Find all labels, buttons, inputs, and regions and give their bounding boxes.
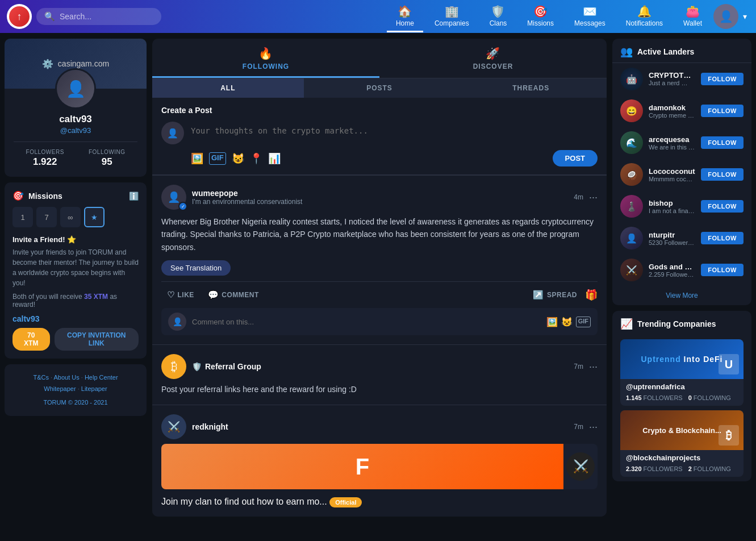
post-button[interactable]: POST [553, 150, 598, 167]
create-post-title: Create a Post [161, 106, 598, 115]
follow-damonkok-button[interactable]: FOLLOW [701, 105, 744, 117]
filter-all[interactable]: ALL [152, 78, 304, 98]
follow-nturpitr-button[interactable]: FOLLOW [701, 232, 744, 244]
chart-icon[interactable]: 📊 [268, 152, 281, 165]
home-icon: 🏠 [398, 5, 412, 18]
post2-more-icon[interactable]: ··· [589, 361, 598, 373]
companies-icon: 🏢 [445, 5, 459, 18]
lander-locococonut-avatar: 🥥 [620, 163, 643, 186]
comment-field[interactable] [192, 318, 541, 326]
navbar: ↑ 🔍 🏠 Home 🏢 Companies 🛡️ Clans 🎯 Missio… [0, 0, 756, 33]
post2-user-info: 🛡️ Referral Group [192, 362, 568, 371]
company-crypto-name: @blockchainprojects [620, 450, 744, 463]
post3-header: ⚔️ redknight 7m ··· [161, 414, 598, 439]
footer-tcs[interactable]: T&Cs [33, 374, 49, 381]
footer-help[interactable]: Help Center [85, 374, 118, 381]
company-uptrennd-banner-text: Uptrennd Into DeFi [641, 355, 723, 364]
gift-icon[interactable]: 🎁 [585, 289, 598, 301]
footer-whitepaper[interactable]: Whitepaper [44, 385, 76, 392]
wallet-icon: 👛 [686, 5, 700, 18]
create-post-row: 👤 [161, 122, 598, 144]
post3-avatar: ⚔️ [161, 414, 186, 439]
profile-name: caltv93 [59, 114, 92, 125]
post1-more-icon[interactable]: ··· [589, 192, 598, 203]
filter-threads[interactable]: THREADS [455, 78, 607, 98]
follow-locococonut-button[interactable]: FOLLOW [701, 168, 744, 181]
lander-bishop-avatar: ♟️ [620, 195, 643, 218]
comment-gif-icon[interactable]: GIF [576, 317, 591, 327]
post1-content: Whenever Big Brother Nigeria reality con… [161, 215, 598, 253]
follow-bishop-button[interactable]: FOLLOW [701, 200, 744, 213]
view-more-landers[interactable]: View More [612, 286, 751, 305]
mission-buttons: 70 XTM COPY INVITATION LINK [12, 328, 139, 351]
landers-icon: 👥 [620, 45, 633, 58]
company-crypto-blockchain[interactable]: Crypto & Blockchain... ₿ @blockchainproj… [620, 410, 744, 477]
missions-info-icon[interactable]: ℹ️ [129, 192, 139, 201]
nav-companies[interactable]: 🏢 Companies [425, 1, 478, 32]
active-landers-title: 👥 Active Landers [612, 39, 751, 63]
company-uptrennd[interactable]: Uptrennd Into DeFi U @uptrenndafrica 1.1… [620, 339, 744, 406]
app-logo[interactable]: ↑ [7, 4, 32, 29]
nav-notifications[interactable]: 🔔 Notifications [617, 1, 672, 32]
mission-tab-special[interactable]: ∞ [60, 207, 81, 227]
search-bar[interactable]: 🔍 [36, 8, 161, 25]
gif-icon[interactable]: GIF [209, 152, 226, 165]
nav-messages[interactable]: ✉️ Messages [565, 1, 615, 32]
mission-description: Invite your friends to join TORUM and be… [12, 247, 139, 288]
copy-invitation-button[interactable]: COPY INVITATION LINK [55, 328, 139, 351]
footer-about[interactable]: About Us [53, 374, 79, 381]
search-input[interactable] [60, 12, 151, 21]
tab-discover[interactable]: 🚀 DISCOVER [379, 39, 607, 78]
post2-header: ₿ 🛡️ Referral Group 7m ··· [161, 354, 598, 379]
target-icon: 🎯 [12, 190, 24, 201]
official-badge: Official [329, 497, 362, 507]
mission-tabs: 1 7 ∞ ★ [12, 207, 139, 227]
post1-avatar: 👤 ✓ [161, 185, 186, 210]
like-action[interactable]: ♡ LIKE [161, 288, 200, 302]
post3-username[interactable]: redknight [192, 422, 568, 431]
nav-home[interactable]: 🏠 Home [387, 1, 423, 32]
follow-cryptotron-button[interactable]: FOLLOW [701, 73, 744, 85]
footer-litepaper[interactable]: Litepaper [81, 385, 107, 392]
company-uptrennd-banner: Uptrennd Into DeFi U [620, 339, 744, 379]
mission-tab-daily[interactable]: 1 [12, 207, 33, 227]
comment-avatar: 👤 [168, 313, 186, 331]
follow-arcequesea-button[interactable]: FOLLOW [701, 136, 744, 149]
mission-tab-star[interactable]: ★ [84, 207, 105, 227]
emoji-icon[interactable]: 😺 [232, 152, 244, 165]
location-icon[interactable]: 📍 [250, 152, 262, 165]
company-crypto-stats: 2.320 FOLLOWERS 2 FOLLOWING [620, 463, 744, 477]
spread-action[interactable]: ↗️ SPREAD [527, 288, 583, 302]
nav-wallet[interactable]: 👛 Wallet [674, 1, 711, 32]
post1-user-info: wumeepope I'm an environmental conservat… [192, 189, 568, 206]
spread-icon: ↗️ [533, 290, 544, 300]
follow-gods-button[interactable]: FOLLOW [701, 264, 744, 276]
post3-more-icon[interactable]: ··· [589, 421, 598, 433]
comment-image-icon[interactable]: 🖼️ [546, 317, 558, 327]
image-icon[interactable]: 🖼️ [191, 152, 203, 165]
mission-tab-7day[interactable]: 7 [36, 207, 57, 227]
post-input[interactable] [191, 122, 598, 144]
xtm-button[interactable]: 70 XTM [12, 328, 50, 351]
post3-user-info: redknight [192, 422, 568, 431]
chevron-down-icon[interactable]: ▾ [741, 12, 749, 21]
active-landers-card: 👥 Active Landers 🤖 CRYPTOTR0N Just a ner… [612, 39, 751, 305]
see-translation-button[interactable]: See Translation [161, 260, 231, 276]
nav-clans[interactable]: 🛡️ Clans [481, 1, 516, 32]
left-column: ⚙️ casingam.com 👤 caltv93 @caltv93 FOLLO… [5, 39, 147, 535]
nav-missions[interactable]: 🎯 Missions [518, 1, 563, 32]
lander-locococonut: 🥥 Locococonut Mmmmm coconuts FOLLOW [612, 159, 751, 190]
shield-icon: 🛡️ [192, 362, 202, 371]
comment-emoji-icon[interactable]: 😺 [561, 317, 573, 327]
filter-posts[interactable]: POSTS [304, 78, 456, 98]
post3-preview-avatar: ⚔️ [563, 444, 598, 489]
comment-action[interactable]: 💬 COMMENT [202, 288, 265, 302]
post-tool-icons: 🖼️ GIF 😺 📍 📊 [191, 152, 281, 165]
post1-actions: ♡ LIKE 💬 COMMENT ↗️ SPREAD 🎁 [161, 281, 598, 302]
tab-following[interactable]: 🔥 FOLLOWING [152, 39, 379, 78]
profile-handle[interactable]: @caltv93 [60, 126, 91, 135]
post3-text: Join my clan to find out how to earn mo.… [161, 497, 327, 506]
avatar[interactable]: 👤 [713, 4, 738, 29]
post1-username[interactable]: wumeepope [192, 189, 568, 198]
post3-content: Join my clan to find out how to earn mo.… [161, 494, 598, 507]
